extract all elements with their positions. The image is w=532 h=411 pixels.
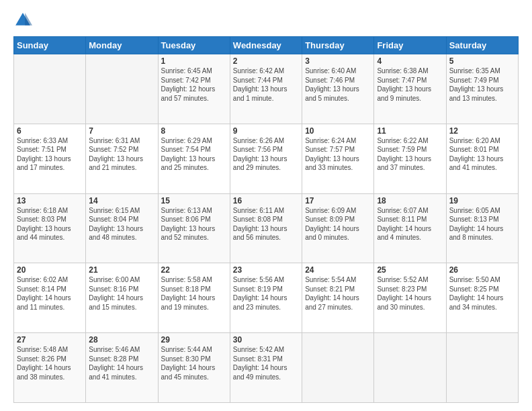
weekday-header-friday: Friday [374,37,446,54]
day-number: 17 [305,196,371,205]
day-cell: 17Sunrise: 6:09 AMSunset: 8:09 PMDayligh… [302,193,374,263]
day-info: Sunrise: 6:00 AMSunset: 8:16 PMDaylight:… [89,275,154,312]
header [13,11,519,30]
day-info: Sunrise: 5:42 AMSunset: 8:31 PMDaylight:… [233,345,299,381]
day-info: Sunrise: 6:09 AMSunset: 8:09 PMDaylight:… [305,206,371,242]
day-info: Sunrise: 6:02 AMSunset: 8:14 PMDaylight:… [17,275,83,312]
logo-icon [13,11,32,30]
day-info: Sunrise: 5:46 AMSunset: 8:28 PMDaylight:… [89,345,154,381]
day-cell: 29Sunrise: 5:44 AMSunset: 8:30 PMDayligh… [158,333,230,403]
day-number: 22 [161,265,227,275]
day-info: Sunrise: 6:15 AMSunset: 8:04 PMDaylight:… [89,206,154,242]
week-row-3: 13Sunrise: 6:18 AMSunset: 8:03 PMDayligh… [14,193,519,263]
day-info: Sunrise: 6:13 AMSunset: 8:06 PMDaylight:… [161,206,227,242]
weekday-header-tuesday: Tuesday [158,37,230,54]
day-number: 15 [161,196,227,205]
day-cell: 27Sunrise: 5:48 AMSunset: 8:26 PMDayligh… [14,333,86,403]
day-info: Sunrise: 6:11 AMSunset: 8:08 PMDaylight:… [233,206,299,242]
day-number: 29 [161,335,227,345]
day-info: Sunrise: 5:52 AMSunset: 8:23 PMDaylight:… [377,275,443,312]
day-info: Sunrise: 5:56 AMSunset: 8:19 PMDaylight:… [233,275,299,312]
day-cell [14,54,86,124]
day-number: 28 [89,335,154,345]
day-cell: 24Sunrise: 5:54 AMSunset: 8:21 PMDayligh… [302,263,374,333]
day-info: Sunrise: 6:22 AMSunset: 7:59 PMDaylight:… [377,136,443,173]
day-cell: 9Sunrise: 6:26 AMSunset: 7:56 PMDaylight… [230,124,302,193]
day-number: 10 [305,126,371,136]
day-info: Sunrise: 6:24 AMSunset: 7:57 PMDaylight:… [305,136,371,173]
day-number: 25 [377,265,443,275]
day-number: 20 [17,265,83,275]
day-number: 23 [233,265,299,275]
day-cell: 1Sunrise: 6:45 AMSunset: 7:42 PMDaylight… [158,54,230,124]
day-cell [302,333,374,403]
day-cell: 25Sunrise: 5:52 AMSunset: 8:23 PMDayligh… [374,263,446,333]
weekday-header-monday: Monday [86,37,158,54]
day-cell: 12Sunrise: 6:20 AMSunset: 8:01 PMDayligh… [446,124,518,193]
calendar-table: SundayMondayTuesdayWednesdayThursdayFrid… [13,36,519,403]
day-number: 27 [17,335,83,345]
weekday-header-sunday: Sunday [14,37,86,54]
day-info: Sunrise: 6:35 AMSunset: 7:49 PMDaylight:… [449,66,515,103]
day-number: 5 [449,56,515,66]
weekday-header-wednesday: Wednesday [230,37,302,54]
day-cell: 5Sunrise: 6:35 AMSunset: 7:49 PMDaylight… [446,54,518,124]
day-cell: 23Sunrise: 5:56 AMSunset: 8:19 PMDayligh… [230,263,302,333]
day-number: 30 [233,335,299,345]
day-number: 9 [233,126,299,136]
day-number: 8 [161,126,227,136]
week-row-4: 20Sunrise: 6:02 AMSunset: 8:14 PMDayligh… [14,263,519,333]
day-cell [86,54,158,124]
day-number: 14 [89,196,154,205]
day-cell: 10Sunrise: 6:24 AMSunset: 7:57 PMDayligh… [302,124,374,193]
day-number: 7 [89,126,154,136]
day-info: Sunrise: 6:42 AMSunset: 7:44 PMDaylight:… [233,66,299,103]
week-row-2: 6Sunrise: 6:33 AMSunset: 7:51 PMDaylight… [14,124,519,193]
day-info: Sunrise: 6:18 AMSunset: 8:03 PMDaylight:… [17,206,83,242]
day-cell: 6Sunrise: 6:33 AMSunset: 7:51 PMDaylight… [14,124,86,193]
day-cell: 15Sunrise: 6:13 AMSunset: 8:06 PMDayligh… [158,193,230,263]
day-number: 1 [161,56,227,66]
day-cell: 30Sunrise: 5:42 AMSunset: 8:31 PMDayligh… [230,333,302,403]
day-info: Sunrise: 5:58 AMSunset: 8:18 PMDaylight:… [161,275,227,312]
day-cell: 22Sunrise: 5:58 AMSunset: 8:18 PMDayligh… [158,263,230,333]
day-cell: 21Sunrise: 6:00 AMSunset: 8:16 PMDayligh… [86,263,158,333]
day-number: 24 [305,265,371,275]
day-info: Sunrise: 6:20 AMSunset: 8:01 PMDaylight:… [449,136,515,173]
day-cell: 14Sunrise: 6:15 AMSunset: 8:04 PMDayligh… [86,193,158,263]
day-number: 21 [89,265,154,275]
day-cell: 3Sunrise: 6:40 AMSunset: 7:46 PMDaylight… [302,54,374,124]
weekday-header-row: SundayMondayTuesdayWednesdayThursdayFrid… [14,37,519,54]
day-info: Sunrise: 6:26 AMSunset: 7:56 PMDaylight:… [233,136,299,173]
day-info: Sunrise: 6:07 AMSunset: 8:11 PMDaylight:… [377,206,443,242]
day-number: 3 [305,56,371,66]
day-info: Sunrise: 6:38 AMSunset: 7:47 PMDaylight:… [377,66,443,103]
day-number: 13 [17,196,83,205]
day-cell [374,333,446,403]
day-info: Sunrise: 5:44 AMSunset: 8:30 PMDaylight:… [161,345,227,381]
day-info: Sunrise: 6:45 AMSunset: 7:42 PMDaylight:… [161,66,227,103]
day-cell: 16Sunrise: 6:11 AMSunset: 8:08 PMDayligh… [230,193,302,263]
day-cell: 20Sunrise: 6:02 AMSunset: 8:14 PMDayligh… [14,263,86,333]
day-info: Sunrise: 6:40 AMSunset: 7:46 PMDaylight:… [305,66,371,103]
day-number: 26 [449,265,515,275]
day-number: 11 [377,126,443,136]
day-info: Sunrise: 5:50 AMSunset: 8:25 PMDaylight:… [449,275,515,312]
day-number: 6 [17,126,83,136]
day-number: 2 [233,56,299,66]
day-number: 12 [449,126,515,136]
day-number: 18 [377,196,443,205]
week-row-1: 1Sunrise: 6:45 AMSunset: 7:42 PMDaylight… [14,54,519,124]
page: SundayMondayTuesdayWednesdayThursdayFrid… [0,0,532,411]
day-cell: 8Sunrise: 6:29 AMSunset: 7:54 PMDaylight… [158,124,230,193]
day-cell: 4Sunrise: 6:38 AMSunset: 7:47 PMDaylight… [374,54,446,124]
logo [13,11,35,30]
day-number: 4 [377,56,443,66]
day-info: Sunrise: 6:33 AMSunset: 7:51 PMDaylight:… [17,136,83,173]
day-cell: 11Sunrise: 6:22 AMSunset: 7:59 PMDayligh… [374,124,446,193]
day-cell: 2Sunrise: 6:42 AMSunset: 7:44 PMDaylight… [230,54,302,124]
day-number: 16 [233,196,299,205]
svg-marker-1 [25,13,32,26]
week-row-5: 27Sunrise: 5:48 AMSunset: 8:26 PMDayligh… [14,333,519,403]
day-cell: 19Sunrise: 6:05 AMSunset: 8:13 PMDayligh… [446,193,518,263]
